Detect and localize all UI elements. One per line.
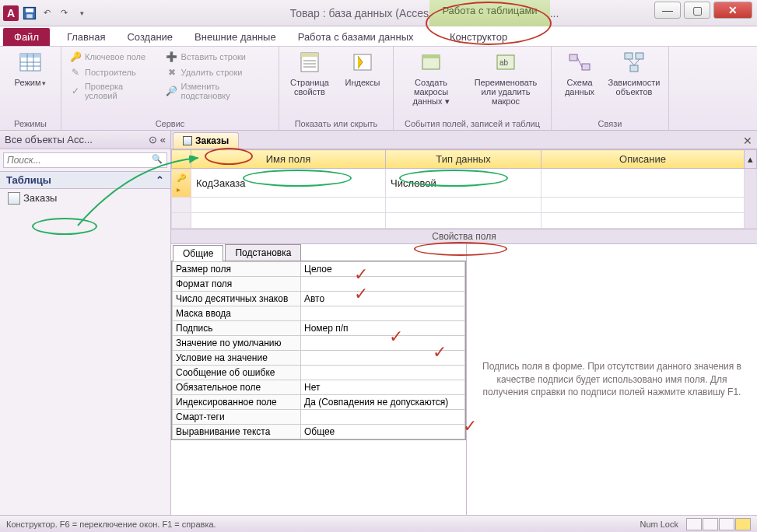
design-view-button[interactable]	[735, 518, 751, 530]
contextual-tab-title: Работа с таблицами	[429, 5, 550, 16]
field-properties-panel: Общие Подстановка Размер поляЦелоеФормат…	[171, 244, 467, 515]
property-value[interactable]: Да (Совпадения не допускаются)	[301, 395, 465, 410]
nav-pane-header[interactable]: Все объекты Acc... ⊙ «	[0, 131, 170, 149]
property-value[interactable]	[301, 366, 465, 380]
close-button[interactable]: ✕	[713, 2, 752, 19]
field-design-grid[interactable]: Имя поля Тип данных Описание ▴ 🔑▸ КодЗак…	[171, 149, 757, 229]
indexes-button[interactable]: Индексы	[338, 50, 387, 87]
status-bar: Конструктор. F6 = переключение окон. F1 …	[0, 515, 757, 532]
property-value[interactable]	[301, 410, 465, 425]
property-row[interactable]: Обязательное полеНет	[173, 380, 465, 395]
svg-rect-16	[422, 55, 440, 58]
property-row[interactable]: Размер поляЦелое	[173, 262, 465, 277]
tab-create[interactable]: Создание	[116, 28, 184, 46]
property-row[interactable]: Сообщение об ошибке	[173, 366, 465, 380]
property-value[interactable]: Номер п/п	[301, 321, 465, 336]
property-row[interactable]: Значение по умолчанию	[173, 336, 465, 351]
nav-item-orders[interactable]: Заказы	[0, 189, 170, 207]
property-row[interactable]: Формат поля	[173, 277, 465, 292]
modify-lookups-button[interactable]: 🔎Изменить подстановку	[164, 81, 272, 101]
relationships-label: Схема данных	[558, 78, 601, 96]
test-validation-button[interactable]: ✓Проверка условий	[68, 81, 159, 101]
document-close-button[interactable]: ✕	[738, 133, 757, 149]
nav-search-input[interactable]	[3, 152, 167, 168]
property-grid[interactable]: Размер поляЦелоеФормат поляЧисло десятич…	[171, 261, 466, 440]
property-sheet-icon	[297, 50, 322, 75]
insert-rows-button[interactable]: ➕Вставить строки	[164, 50, 272, 64]
svg-text:ab: ab	[499, 58, 509, 67]
row-selector-active[interactable]: 🔑▸	[172, 169, 191, 198]
tab-file[interactable]: Файл	[3, 28, 50, 46]
nav-category-tables[interactable]: Таблицы ⌃	[0, 171, 170, 189]
property-value[interactable]	[301, 306, 465, 321]
nav-category-label: Таблицы	[6, 174, 51, 186]
column-header-description[interactable]: Описание	[541, 150, 745, 169]
key-icon: 🔑	[69, 51, 82, 63]
tab-home[interactable]: Главная	[56, 28, 116, 46]
field-desc-cell[interactable]	[541, 169, 745, 198]
document-tabs: Заказы ✕	[171, 131, 757, 149]
property-value[interactable]	[301, 277, 465, 292]
primary-key-button[interactable]: 🔑Ключевое поле	[68, 50, 159, 64]
svg-rect-4	[20, 54, 40, 58]
property-sheet-button[interactable]: Страница свойств	[286, 50, 334, 96]
rename-delete-macro-label: Переименовать или удалить макрос	[467, 78, 545, 106]
property-row[interactable]: Условие на значение	[173, 351, 465, 366]
field-name-cell[interactable]: КодЗаказа	[191, 169, 386, 198]
field-row-empty[interactable]	[172, 213, 757, 229]
view-button[interactable]: Режим	[6, 50, 54, 88]
redo-icon[interactable]: ↷	[56, 5, 72, 21]
search-icon[interactable]: 🔍	[152, 154, 163, 164]
ribbon-group-relationships: Схема данных Зависимости объектов Связи	[552, 47, 669, 130]
column-header-fieldname[interactable]: Имя поля	[191, 150, 386, 169]
pivot-view-button[interactable]	[703, 518, 718, 530]
scroll-up-button[interactable]: ▴	[745, 150, 757, 169]
delete-rows-button[interactable]: ✖Удалить строки	[164, 65, 272, 79]
app-icon[interactable]: A	[3, 5, 19, 21]
tab-external-data[interactable]: Внешние данные	[184, 28, 287, 46]
vertical-scrollbar[interactable]	[745, 169, 757, 229]
property-tab-general[interactable]: Общие	[173, 245, 223, 261]
property-row[interactable]: Число десятичных знаковАвто	[173, 292, 465, 306]
rename-delete-macro-button[interactable]: ab Переименовать или удалить макрос	[467, 50, 545, 106]
field-row-1[interactable]: 🔑▸ КодЗаказа Числовой	[172, 169, 757, 198]
property-label: Подпись	[173, 321, 301, 336]
property-label: Условие на значение	[173, 351, 301, 366]
property-tab-lookup[interactable]: Подстановка	[225, 244, 301, 261]
property-value[interactable]: Авто	[301, 292, 465, 306]
property-label: Значение по умолчанию	[173, 336, 301, 351]
property-value[interactable]: Целое	[301, 262, 465, 277]
property-value[interactable]: Общее	[301, 425, 465, 439]
column-header-datatype[interactable]: Тип данных	[386, 150, 541, 169]
field-row-empty[interactable]	[172, 198, 757, 213]
property-row[interactable]: Смарт-теги	[173, 410, 465, 425]
property-value[interactable]	[301, 336, 465, 351]
property-value[interactable]: Нет	[301, 380, 465, 395]
qat-customize-icon[interactable]	[73, 5, 89, 21]
tab-database-tools[interactable]: Работа с базами данных	[287, 28, 425, 46]
maximize-button[interactable]: ▢	[684, 2, 710, 19]
property-row[interactable]: ПодписьНомер п/п	[173, 321, 465, 336]
collapse-category-icon[interactable]: ⌃	[156, 174, 164, 186]
minimize-button[interactable]: —	[654, 2, 681, 19]
property-row[interactable]: Индексированное полеДа (Совпадения не до…	[173, 395, 465, 410]
tab-design[interactable]: Конструктор	[439, 28, 518, 46]
save-icon[interactable]	[22, 5, 37, 21]
datasheet-view-button[interactable]	[686, 518, 702, 530]
nav-collapse-icon[interactable]: ⊙ «	[149, 134, 166, 145]
undo-icon[interactable]: ↶	[39, 5, 54, 21]
builder-button[interactable]: ✎Построитель	[68, 65, 159, 79]
property-sheet-label: Страница свойств	[286, 78, 334, 96]
field-type-cell[interactable]: Числовой	[386, 169, 541, 198]
property-value[interactable]	[301, 351, 465, 366]
relationships-button[interactable]: Схема данных	[558, 50, 601, 96]
create-data-macros-button[interactable]: Создать макросы данных ▾	[400, 50, 462, 106]
property-label: Выравнивание текста	[173, 425, 301, 439]
nav-search-container: 🔍	[0, 149, 170, 171]
object-dependencies-button[interactable]: Зависимости объектов	[606, 50, 662, 96]
pivotchart-view-button[interactable]	[719, 518, 734, 530]
svg-rect-20	[582, 64, 590, 70]
property-row[interactable]: Выравнивание текстаОбщее	[173, 425, 465, 439]
property-row[interactable]: Маска ввода	[173, 306, 465, 321]
document-tab-orders[interactable]: Заказы	[173, 132, 239, 149]
